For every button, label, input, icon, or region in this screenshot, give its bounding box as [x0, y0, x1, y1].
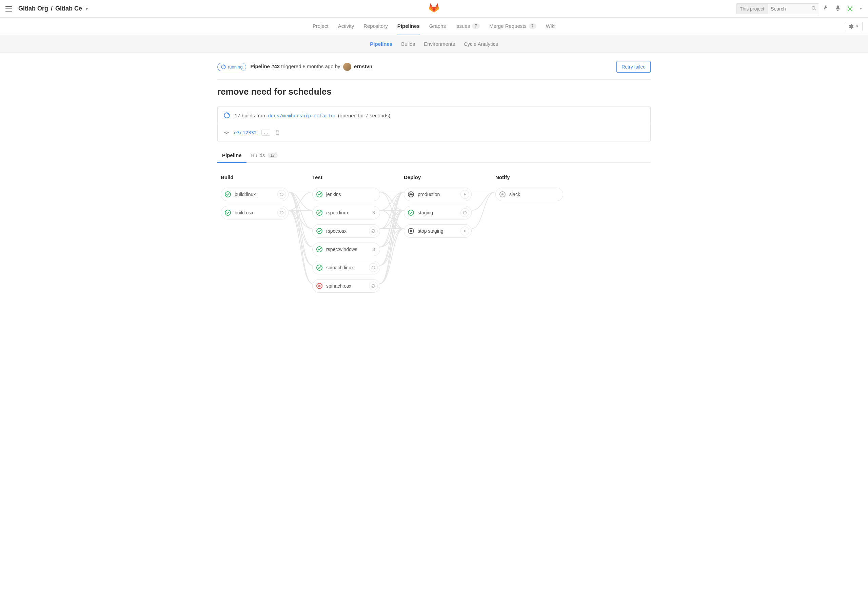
job-build-osx[interactable]: build:osx [221, 206, 289, 220]
job-name: build:linux [235, 192, 274, 197]
pipeline-status-badge: running [217, 63, 246, 71]
hamburger-menu-icon[interactable] [6, 6, 12, 12]
job-spinach-linux[interactable]: spinach:linux [312, 261, 380, 275]
success-icon [316, 209, 323, 216]
play-job-button[interactable] [461, 190, 469, 199]
stage-title: Deploy [404, 174, 472, 180]
main-nav: ProjectActivityRepositoryPipelinesGraphs… [0, 18, 868, 35]
breadcrumb-group: Gitlab Org [18, 5, 48, 12]
search-box[interactable]: This project [736, 3, 819, 14]
success-icon [224, 209, 231, 216]
retry-job-button[interactable] [277, 208, 286, 217]
divider [217, 79, 651, 80]
expand-message-button[interactable]: … [261, 129, 270, 136]
search-scope[interactable]: This project [736, 4, 768, 14]
running-icon [221, 64, 226, 69]
retry-job-button[interactable] [369, 282, 378, 290]
view-tabs: Pipeline Builds17 [217, 148, 651, 163]
commit-icon [224, 130, 229, 135]
svg-point-19 [501, 193, 504, 195]
sub-nav: PipelinesBuildsEnvironmentsCycle Analyti… [0, 35, 868, 53]
success-icon [316, 191, 323, 198]
nav-tab-activity[interactable]: Activity [338, 18, 354, 35]
svg-point-0 [812, 6, 815, 9]
project-settings-dropdown[interactable]: ▼ [845, 22, 862, 31]
nav-tab-repository[interactable]: Repository [363, 18, 388, 35]
pipeline-header: running Pipeline #42 triggered 8 months … [217, 61, 651, 73]
commit-title: remove need for schedules [217, 86, 651, 97]
stage-title: Build [221, 174, 289, 180]
user-avatar[interactable] [846, 4, 855, 13]
job-production[interactable]: production [404, 187, 472, 201]
breadcrumb[interactable]: Gitlab Org / Gitlab Ce ▼ [18, 5, 89, 12]
retry-failed-button[interactable]: Retry failed [616, 61, 651, 73]
triggerer-avatar[interactable] [343, 63, 351, 71]
stage-title: Notify [495, 174, 563, 180]
job-staging[interactable]: staging [404, 206, 472, 220]
job-name: stop staging [418, 228, 457, 234]
pipeline-graph: Buildbuild:linuxbuild:osxTestjenkinsrspe… [217, 171, 651, 296]
job-jenkins[interactable]: jenkins [312, 187, 380, 201]
tab-builds[interactable]: Builds17 [246, 148, 283, 163]
job-name: rspec:windows [326, 247, 369, 252]
job-name: rspec:linux [326, 210, 369, 215]
nav-tab-wiki[interactable]: Wiki [546, 18, 555, 35]
search-input[interactable] [768, 4, 809, 14]
success-icon [407, 209, 414, 216]
job-slack[interactable]: slack [495, 187, 563, 201]
job-name: production [418, 192, 457, 197]
failed-icon [316, 282, 323, 290]
nav-tab-pipelines[interactable]: Pipelines [397, 18, 420, 35]
gear-icon [849, 24, 853, 29]
stage-title: Test [312, 174, 380, 180]
copy-sha-icon[interactable] [275, 130, 280, 136]
wrench-icon[interactable] [824, 5, 830, 12]
job-rspec-windows[interactable]: rspec:windows3 [312, 242, 380, 256]
job-name: build:osx [235, 210, 274, 215]
top-header: Gitlab Org / Gitlab Ce ▼ This project ▼ [0, 0, 868, 18]
breadcrumb-project: Gitlab Ce [55, 5, 82, 12]
stage-column-build: Buildbuild:linuxbuild:osx [221, 174, 289, 293]
success-icon [316, 227, 323, 235]
job-spinach-osx[interactable]: spinach:osx [312, 279, 380, 293]
svg-point-17 [410, 230, 412, 232]
subnav-tab-pipelines[interactable]: Pipelines [370, 41, 392, 47]
tab-pipeline[interactable]: Pipeline [217, 148, 246, 163]
svg-point-14 [410, 193, 412, 195]
triggerer-name[interactable]: ernstvn [354, 64, 372, 69]
pipeline-id: Pipeline #42 [250, 64, 280, 69]
job-stop-staging[interactable]: stop staging [404, 224, 472, 238]
branch-link[interactable]: docs/membership-refactor [268, 113, 336, 118]
user-menu-chevron-icon[interactable]: ▼ [859, 7, 862, 10]
commit-sha-link[interactable]: e3c12332 [234, 130, 257, 135]
chevron-down-icon: ▼ [855, 24, 859, 28]
nav-tab-graphs[interactable]: Graphs [429, 18, 446, 35]
nav-tab-merge-requests[interactable]: Merge Requests7 [489, 18, 536, 35]
search-icon[interactable] [809, 6, 819, 12]
pipeline-info-panel: 17 builds from docs/membership-refactor … [217, 107, 651, 141]
job-name: slack [509, 192, 561, 197]
success-icon [224, 191, 231, 198]
job-rspec-osx[interactable]: rspec:osx [312, 224, 380, 238]
job-name: spinach:osx [326, 283, 366, 289]
nav-tab-issues[interactable]: Issues7 [455, 18, 480, 35]
nav-tab-project[interactable]: Project [313, 18, 329, 35]
skipped-icon [499, 191, 506, 198]
retry-job-button[interactable] [461, 208, 469, 217]
subnav-tab-environments[interactable]: Environments [424, 41, 455, 47]
subnav-tab-builds[interactable]: Builds [401, 41, 415, 47]
retry-job-button[interactable] [277, 190, 286, 199]
retry-job-button[interactable] [369, 263, 378, 272]
job-rspec-linux[interactable]: rspec:linux3 [312, 206, 380, 220]
success-icon [316, 246, 323, 253]
stage-column-notify: Notifyslack [495, 174, 563, 293]
manual-icon [407, 227, 414, 235]
play-job-button[interactable] [461, 227, 469, 235]
job-name: spinach:linux [326, 265, 366, 270]
bell-icon[interactable] [835, 5, 841, 12]
subnav-tab-cycle-analytics[interactable]: Cycle Analytics [464, 41, 498, 47]
retry-job-button[interactable] [369, 227, 378, 235]
gitlab-logo-icon[interactable] [428, 3, 440, 14]
svg-point-3 [226, 132, 228, 134]
job-build-linux[interactable]: build:linux [221, 187, 289, 201]
